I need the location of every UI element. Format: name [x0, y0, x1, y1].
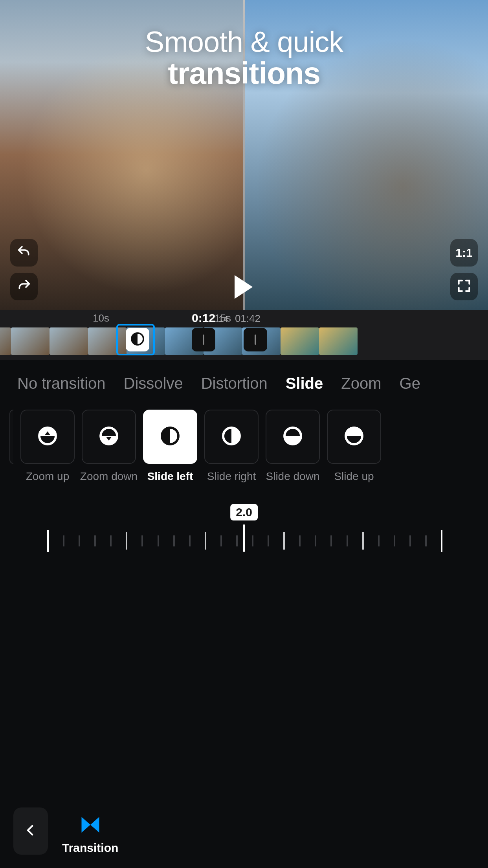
slide-up-icon	[343, 425, 365, 449]
slider-track[interactable]	[47, 531, 441, 551]
tab-zoom[interactable]: Zoom	[341, 375, 381, 392]
transition-tile-slide-up[interactable]: Slide up	[327, 410, 381, 483]
transition-divider	[243, 0, 245, 310]
transition-icon	[79, 813, 102, 837]
bottom-toolbar: Transition	[0, 785, 488, 855]
duration-slider[interactable]: 2.0	[0, 504, 488, 563]
zoom-down-icon	[98, 425, 120, 449]
transition-category-tabs[interactable]: No transition Dissolve Distortion Slide …	[0, 360, 488, 399]
timeline-clip[interactable]	[319, 327, 358, 355]
timeline-clip[interactable]	[0, 327, 11, 355]
transition-marker[interactable]	[244, 328, 267, 351]
aspect-ratio-button[interactable]: 1:1	[450, 239, 478, 267]
tab-no-transition[interactable]: No transition	[17, 375, 106, 392]
tab-distortion[interactable]: Distortion	[201, 375, 268, 392]
slide-left-icon	[159, 425, 181, 449]
preview-clip-left	[0, 0, 244, 310]
tool-label: Transition	[62, 841, 118, 855]
timeline-clip[interactable]	[11, 327, 50, 355]
timeline-clip[interactable]	[281, 327, 319, 355]
svg-marker-9	[81, 817, 90, 833]
fullscreen-icon	[456, 278, 472, 295]
back-button[interactable]	[13, 807, 48, 855]
clip-row[interactable]	[0, 326, 488, 360]
redo-icon	[16, 278, 32, 295]
total-duration: 01:42	[235, 313, 261, 324]
time-mark: 15s	[215, 312, 231, 324]
redo-button[interactable]	[10, 273, 38, 300]
fullscreen-button[interactable]	[450, 273, 478, 300]
slider-value: 2.0	[230, 504, 258, 520]
transition-marker[interactable]	[192, 328, 215, 351]
chevron-left-icon	[24, 820, 37, 842]
tab-slide[interactable]: Slide	[286, 375, 323, 392]
timeline[interactable]: 10s 0:12.14 01:42 15s	[0, 310, 488, 360]
time-ruler: 10s 0:12.14 01:42 15s	[0, 310, 488, 326]
timeline-clip[interactable]	[50, 327, 88, 355]
slide-right-icon	[220, 425, 242, 449]
tool-transition[interactable]: Transition	[62, 813, 118, 855]
transition-tile-slide-right[interactable]: Slide right	[204, 410, 259, 483]
tile-label: Zoom up	[26, 470, 70, 483]
undo-button[interactable]	[10, 239, 38, 267]
time-mark: 10s	[93, 312, 109, 324]
slider-handle[interactable]	[243, 524, 245, 552]
zoom-up-icon	[37, 425, 59, 449]
tab-more[interactable]: Ge	[400, 375, 420, 392]
current-time: 0:12	[192, 311, 215, 324]
tile-label: Slide up	[334, 470, 374, 483]
svg-marker-10	[90, 817, 99, 833]
play-button[interactable]	[235, 275, 253, 299]
video-preview: Smooth & quick transitions 1:1	[0, 0, 488, 310]
tab-dissolve[interactable]: Dissolve	[124, 375, 183, 392]
transition-tile-slide-down[interactable]: Slide down	[266, 410, 320, 483]
transition-tile-row[interactable]: Zoom up Zoom down Slide left Slide right	[0, 399, 488, 483]
tile-label: Slide down	[266, 470, 320, 483]
tile-label: Zoom down	[80, 470, 138, 483]
timeline-clip[interactable]	[88, 327, 127, 355]
slide-left-icon	[130, 332, 145, 348]
transition-tile-zoom-down[interactable]: Zoom down	[82, 410, 136, 483]
transition-marker-selected[interactable]	[126, 328, 149, 351]
aspect-ratio-label: 1:1	[455, 246, 472, 259]
transition-tile-clipped[interactable]	[9, 410, 13, 483]
tile-label: Slide left	[147, 470, 193, 483]
undo-icon	[16, 244, 32, 261]
tile-label: Slide right	[207, 470, 256, 483]
slide-down-icon	[282, 425, 304, 449]
transition-tile-slide-left[interactable]: Slide left	[143, 410, 197, 483]
transition-tile-zoom-up[interactable]: Zoom up	[20, 410, 75, 483]
